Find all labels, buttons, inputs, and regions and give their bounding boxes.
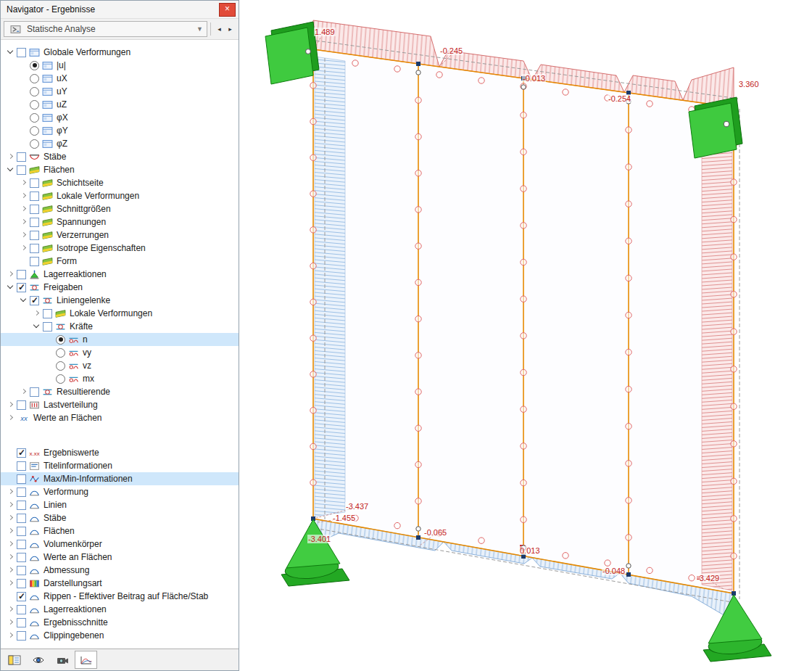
- radio-button[interactable]: [56, 374, 65, 384]
- checkbox[interactable]: [43, 309, 52, 318]
- tree-item-werte-an-flaechen-anzeige[interactable]: Werte an Flächen: [1, 551, 239, 564]
- tree-item-globale-verformungen[interactable]: Globale Verformungen: [1, 46, 239, 59]
- tree-item-mx[interactable]: mx: [1, 372, 239, 385]
- chevron-closed-icon[interactable]: [5, 151, 17, 162]
- chevron-closed-icon[interactable]: [18, 190, 30, 202]
- radio-button[interactable]: [30, 100, 39, 110]
- checkbox[interactable]: [17, 461, 26, 471]
- radio-button-selected[interactable]: [56, 335, 65, 345]
- viewport-3d[interactable]: 1.489 -0.245 -0.013 -0.254 3.360 -3.437 …: [239, 0, 812, 671]
- checkbox[interactable]: [17, 566, 26, 575]
- chevron-closed-icon[interactable]: [31, 308, 43, 319]
- checkbox[interactable]: [17, 152, 26, 162]
- analysis-type-combobox[interactable]: Statische Analyse ▼: [4, 21, 207, 37]
- tree-item-lastverteilung[interactable]: Lastverteilung: [1, 398, 239, 411]
- chevron-closed-icon[interactable]: [5, 512, 17, 524]
- checkbox[interactable]: [30, 387, 39, 397]
- chevron-open-icon[interactable]: [5, 46, 17, 58]
- radio-button[interactable]: [30, 87, 39, 96]
- chevron-open-icon[interactable]: [5, 281, 17, 293]
- chevron-closed-icon[interactable]: [5, 538, 17, 550]
- tab-data-navigator[interactable]: [3, 651, 25, 669]
- checkbox[interactable]: [17, 605, 26, 614]
- tree-item-clippingebenen[interactable]: Clippingebenen: [1, 629, 239, 642]
- chevron-open-icon[interactable]: [31, 321, 43, 332]
- chevron-closed-icon[interactable]: [5, 564, 17, 576]
- tree-item-lokale-verformungen-gelenke[interactable]: Lokale Verformungen: [1, 307, 239, 320]
- checkbox[interactable]: [30, 257, 39, 266]
- radio-button[interactable]: [30, 126, 39, 136]
- chevron-closed-icon[interactable]: [5, 399, 17, 411]
- tree-item-linien[interactable]: Linien: [1, 498, 239, 511]
- checkbox[interactable]: [17, 48, 26, 57]
- radio-button[interactable]: [30, 113, 39, 123]
- panel-titlebar[interactable]: Navigator - Ergebnisse ×: [1, 1, 239, 19]
- checkbox[interactable]: [17, 501, 26, 510]
- next-loadcase-button[interactable]: ▸: [225, 22, 236, 36]
- checkbox[interactable]: [17, 165, 26, 175]
- checkbox-checked[interactable]: [17, 283, 26, 292]
- tree-item-ergebniswerte[interactable]: Ergebniswerte: [1, 446, 239, 459]
- chevron-closed-icon[interactable]: [5, 268, 17, 280]
- checkbox[interactable]: [30, 218, 39, 227]
- tree-item-abmessung[interactable]: Abmessung: [1, 564, 239, 577]
- chevron-closed-icon[interactable]: [5, 551, 17, 563]
- tab-display[interactable]: [27, 651, 49, 669]
- tree-item-flaechen[interactable]: Flächen: [1, 163, 239, 176]
- chevron-closed-icon[interactable]: [18, 242, 30, 254]
- close-button[interactable]: ×: [219, 3, 236, 17]
- radio-button[interactable]: [56, 348, 65, 358]
- radio-button[interactable]: [56, 361, 65, 371]
- chevron-closed-icon[interactable]: [18, 386, 30, 398]
- checkbox-checked[interactable]: [17, 592, 26, 601]
- checkbox[interactable]: [17, 553, 26, 562]
- checkbox[interactable]: [17, 579, 26, 588]
- tree-item-resultierende[interactable]: Resultierende: [1, 385, 239, 398]
- previous-loadcase-button[interactable]: ◂: [214, 22, 225, 36]
- checkbox[interactable]: [17, 618, 26, 627]
- tree-item-verzerrungen[interactable]: Verzerrungen: [1, 229, 239, 242]
- tree-item-schnittgroessen[interactable]: Schnittgrößen: [1, 202, 239, 215]
- tree-item-flaechen-anzeige[interactable]: Flächen: [1, 524, 239, 538]
- checkbox-checked[interactable]: [17, 448, 26, 458]
- checkbox[interactable]: [30, 231, 39, 240]
- tree-item-kraefte[interactable]: Kräfte: [1, 320, 239, 333]
- tree-item-phiy[interactable]: φY: [1, 124, 239, 137]
- tree-item-n[interactable]: n: [1, 333, 239, 346]
- tree-item-titelinformationen[interactable]: Titelinformationen: [1, 459, 239, 472]
- tree-item-staebe-anzeige[interactable]: Stäbe: [1, 511, 239, 524]
- tree-item-ux[interactable]: uX: [1, 72, 239, 85]
- chevron-closed-icon[interactable]: [5, 525, 17, 537]
- tab-results[interactable]: [75, 651, 97, 669]
- tree-item-lagerreaktionen-anzeige[interactable]: Lagerreaktionen: [1, 603, 239, 616]
- tree-item-lokale-verformungen[interactable]: Lokale Verformungen: [1, 189, 239, 202]
- chevron-closed-icon[interactable]: [18, 203, 30, 215]
- tree-item-phiz[interactable]: φZ: [1, 137, 239, 150]
- chevron-closed-icon[interactable]: [18, 216, 30, 228]
- tree-item-lagerreaktionen[interactable]: Lagerreaktionen: [1, 268, 239, 281]
- chevron-closed-icon[interactable]: [5, 630, 17, 641]
- tree-item-verformung[interactable]: Verformung: [1, 485, 239, 498]
- radio-button[interactable]: [30, 139, 39, 149]
- tree-item-vz[interactable]: vz: [1, 359, 239, 372]
- checkbox[interactable]: [17, 270, 26, 279]
- chevron-closed-icon[interactable]: [5, 577, 17, 589]
- tree-item-isotrope-eigenschaften[interactable]: Isotrope Eigenschaften: [1, 242, 239, 255]
- checkbox-checked[interactable]: [30, 296, 39, 305]
- tree-item-liniengelenke[interactable]: Liniengelenke: [1, 294, 239, 307]
- tree-item-werte-an-flaechen[interactable]: Werte an Flächen: [1, 411, 239, 424]
- tree-item-spannungen[interactable]: Spannungen: [1, 215, 239, 229]
- tree-item-freigaben[interactable]: Freigaben: [1, 281, 239, 294]
- checkbox[interactable]: [17, 474, 26, 484]
- chevron-closed-icon[interactable]: [18, 229, 30, 241]
- checkbox[interactable]: [17, 514, 26, 523]
- tree-item-uy[interactable]: uY: [1, 85, 239, 98]
- checkbox[interactable]: [17, 487, 26, 497]
- tree-item-volumenkoerper[interactable]: Volumenkörper: [1, 538, 239, 551]
- tree-item-rippen-effektiver-beitrag[interactable]: Rippen - Effektiver Beitrag auf Fläche/S…: [1, 590, 239, 603]
- tree-item-uz[interactable]: uZ: [1, 98, 239, 111]
- radio-button-selected[interactable]: [30, 61, 39, 70]
- chevron-open-icon[interactable]: [5, 164, 17, 176]
- checkbox[interactable]: [30, 178, 39, 188]
- tab-views[interactable]: [51, 651, 73, 669]
